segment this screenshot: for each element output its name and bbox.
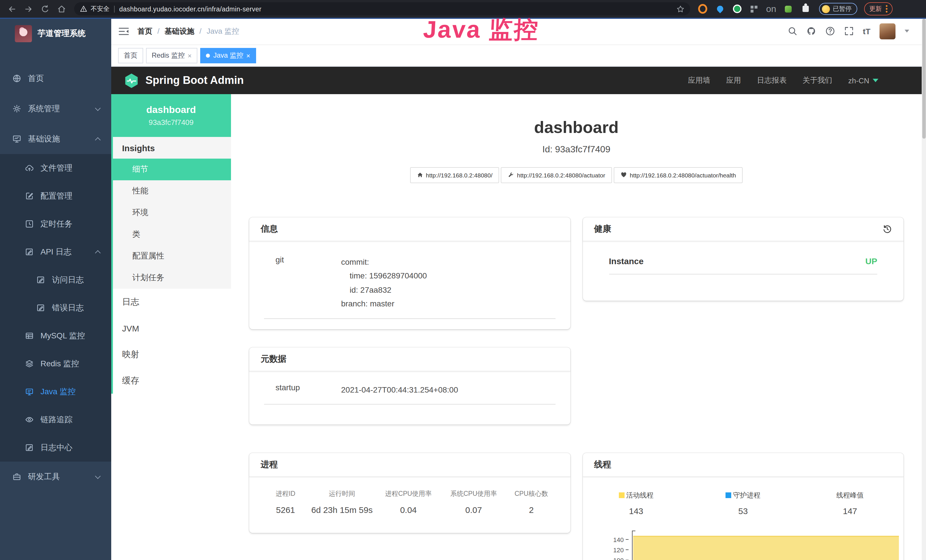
sba-nav-applications[interactable]: 应用: [726, 75, 741, 86]
back-icon[interactable]: [8, 4, 17, 14]
side-nav-scheduled-tasks[interactable]: 计划任务: [113, 267, 231, 289]
fullscreen-icon[interactable]: [844, 26, 854, 36]
metadata-row-value: 2021-04-27T00:44:31.254+08:00: [341, 383, 458, 397]
side-nav-metrics[interactable]: 性能: [113, 180, 231, 202]
sidebar-item-error-logs[interactable]: 错误日志: [0, 294, 111, 322]
row-divider: [264, 404, 555, 404]
sidebar-item-mysql-monitor[interactable]: MySQL 监控: [0, 322, 111, 350]
help-icon[interactable]: [825, 26, 835, 36]
side-nav-logs[interactable]: 日志: [113, 289, 231, 315]
side-nav-section-insights: Insights: [113, 137, 231, 159]
sidebar-item-system[interactable]: 系统管理: [0, 94, 111, 124]
extension-grid-icon[interactable]: [749, 4, 759, 14]
breadcrumb-home[interactable]: 首页: [138, 26, 152, 36]
annotation-text: Java 监控: [422, 14, 540, 45]
service-url-button[interactable]: http://192.168.0.2:48080/: [410, 167, 499, 183]
threads-legend: 活动线程 143 守护进程 53 线程峰值 147: [583, 490, 903, 516]
card-title: 元数据: [261, 353, 286, 364]
chevron-down-icon[interactable]: [905, 30, 909, 33]
gear-icon: [12, 104, 21, 113]
forward-icon[interactable]: [24, 4, 33, 14]
extension-leaf-icon[interactable]: [784, 4, 793, 14]
legend-daemon-threads: 守护进程 53: [690, 490, 796, 516]
side-nav-mappings[interactable]: 映射: [113, 341, 231, 368]
address-bar[interactable]: 不安全 dashboard.yudao.iocoder.cn/infra/adm…: [74, 2, 690, 15]
sidebar-item-java-monitor[interactable]: Java 监控: [0, 378, 111, 406]
scrollbar-thumb[interactable]: [922, 19, 926, 139]
spring-boot-admin-logo: [123, 72, 140, 89]
sba-nav-about[interactable]: 关于我们: [802, 75, 832, 86]
sidebar-item-api-logs[interactable]: API 日志: [0, 238, 111, 266]
process-card-body: 进程ID 5261 运行时间 6d 23h 15m 59s 进程CPU使用率 0…: [249, 477, 570, 528]
process-card-header: 进程: [249, 453, 570, 477]
sba-nav-journal[interactable]: 日志报表: [757, 75, 787, 86]
metadata-card-header: 元数据: [249, 347, 570, 371]
metadata-card-body: startup 2021-04-27T00:44:31.254+08:00: [249, 371, 570, 415]
app-title: 芋道管理系统: [38, 29, 86, 39]
live-threads-area: [633, 536, 899, 560]
extension-y-icon[interactable]: [732, 4, 741, 14]
bookmark-star-icon[interactable]: [676, 5, 684, 13]
side-nav-classes[interactable]: 类: [113, 224, 231, 245]
browser-update-button[interactable]: 更新: [864, 2, 893, 15]
github-icon[interactable]: [806, 26, 816, 36]
profile-paused-badge[interactable]: 已暂停: [819, 3, 857, 15]
sidebar-item-home[interactable]: 首页: [0, 64, 111, 94]
threads-card-header: 线程: [583, 453, 903, 477]
close-icon[interactable]: ×: [246, 52, 250, 59]
legend-live-threads: 活动线程 143: [583, 490, 690, 516]
close-icon[interactable]: ×: [188, 52, 192, 59]
font-size-icon[interactable]: tT: [863, 27, 870, 36]
sidebar-item-access-logs[interactable]: 访问日志: [0, 266, 111, 294]
sidebar-item-redis-monitor[interactable]: Redis 监控: [0, 350, 111, 378]
avatar[interactable]: [879, 23, 896, 39]
job-icon: [25, 219, 34, 228]
instance-header[interactable]: dashboard 93a3fc7f7409: [111, 94, 231, 137]
sba-nav-wallboard[interactable]: 应用墙: [688, 75, 710, 86]
info-row-label: git: [264, 255, 341, 311]
legend-peak-threads: 线程峰值 147: [796, 490, 903, 516]
health-row: Instance UP: [598, 256, 889, 266]
side-nav-environment[interactable]: 环境: [113, 202, 231, 224]
extension-on-icon[interactable]: on: [767, 4, 776, 14]
sidebar-item-log-center[interactable]: 日志中心: [0, 434, 111, 462]
extension-pin-icon[interactable]: [715, 4, 724, 14]
tab-redis-monitor[interactable]: Redis 监控 ×: [146, 48, 197, 64]
home-icon[interactable]: [57, 4, 66, 14]
cloud-upload-icon: [25, 164, 34, 172]
page-scrollbar[interactable]: [922, 18, 926, 560]
sba-brand[interactable]: Spring Boot Admin: [145, 74, 244, 87]
extension-icon[interactable]: [698, 4, 707, 14]
sidebar-item-scheduled-jobs[interactable]: 定时任务: [0, 210, 111, 238]
search-icon[interactable]: [788, 26, 797, 36]
sidebar-item-infrastructure[interactable]: 基础设施: [0, 124, 111, 154]
history-icon[interactable]: [882, 224, 892, 234]
sidebar-item-file-management[interactable]: 文件管理: [0, 154, 111, 182]
reload-icon[interactable]: [41, 4, 50, 14]
info-card: 信息 git commit: time: 1596289704000 id: 2…: [249, 217, 570, 329]
side-nav-caches[interactable]: 缓存: [113, 368, 231, 394]
side-nav-details[interactable]: 细节: [113, 159, 231, 180]
card-title: 线程: [594, 459, 611, 470]
health-url-button[interactable]: http://192.168.0.2:48080/actuator/health: [614, 167, 743, 183]
sidebar-item-tracing[interactable]: 链路追踪: [0, 406, 111, 434]
sidebar-collapse-icon[interactable]: [119, 27, 129, 36]
sidebar-item-config-management[interactable]: 配置管理: [0, 182, 111, 210]
actuator-url-button[interactable]: http://192.168.0.2:48080/actuator: [501, 167, 612, 183]
side-nav-config-props[interactable]: 配置属性: [113, 245, 231, 267]
breadcrumb-separator: /: [199, 27, 201, 35]
extension-puzzle-icon[interactable]: [801, 4, 810, 14]
app-logo-row[interactable]: 芋道管理系统: [0, 18, 111, 50]
browser-menu-icon[interactable]: [886, 5, 888, 12]
log-icon: [25, 248, 34, 256]
process-col-cpu-cores: CPU核心数 2: [506, 489, 557, 515]
sba-locale-select[interactable]: zh-CN: [848, 76, 878, 85]
chart-y-axis: 140 120 100: [583, 534, 628, 560]
breadcrumb-infrastructure[interactable]: 基础设施: [165, 26, 194, 36]
url-text: dashboard.yudao.iocoder.cn/infra/admin-s…: [119, 5, 262, 12]
side-nav-jvm[interactable]: JVM: [113, 315, 231, 341]
info-row-value: commit: time: 1596289704000 id: 27aa832 …: [341, 255, 427, 311]
sidebar-item-dev-tools[interactable]: 研发工具: [0, 462, 111, 492]
tab-home[interactable]: 首页: [118, 48, 143, 64]
tab-java-monitor[interactable]: Java 监控 ×: [200, 48, 256, 64]
